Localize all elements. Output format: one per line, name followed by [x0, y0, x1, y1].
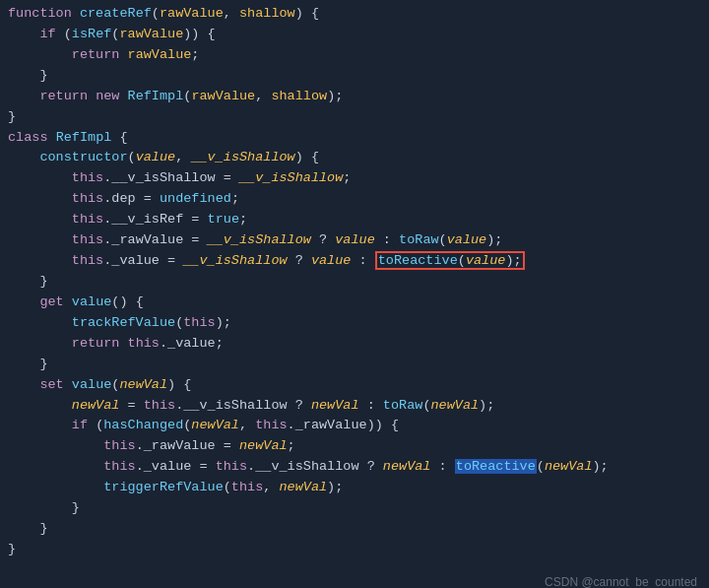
line-24: triggerRefValue(this, newVal);: [8, 478, 701, 498]
line-15: get value() {: [8, 293, 701, 313]
line-2: if (isRef(rawValue)) {: [8, 25, 701, 45]
line-16: trackRefValue(this);: [8, 313, 701, 334]
line-26: }: [8, 519, 701, 540]
line-4: }: [8, 66, 701, 87]
line-12: this._rawValue = __v_isShallow ? value :…: [8, 230, 701, 251]
line-7: class RefImpl {: [8, 128, 701, 149]
line-23: this._value = this.__v_isShallow ? newVa…: [8, 457, 701, 478]
line-9: this.__v_isShallow = __v_isShallow;: [8, 168, 701, 189]
line-11: this.__v_isRef = true;: [8, 210, 701, 230]
code-block: function createRef(rawValue, shallow) { …: [0, 0, 709, 588]
line-13: this._value = __v_isShallow ? value : to…: [8, 251, 701, 272]
line-14: }: [8, 272, 701, 293]
line-6: }: [8, 107, 701, 128]
line-27: }: [8, 540, 701, 560]
line-25: }: [8, 498, 701, 519]
line-19: set value(newVal) {: [8, 375, 701, 396]
line-3: return rawValue;: [8, 45, 701, 66]
line-1: function createRef(rawValue, shallow) {: [8, 4, 701, 25]
line-5: return new RefImpl(rawValue, shallow);: [8, 87, 701, 107]
line-18: }: [8, 355, 701, 375]
line-21: if (hasChanged(newVal, this._rawValue)) …: [8, 416, 701, 436]
line-10: this.dep = undefined;: [8, 189, 701, 210]
line-8: constructor(value, __v_isShallow) {: [8, 148, 701, 168]
line-20: newVal = this.__v_isShallow ? newVal : t…: [8, 396, 701, 417]
line-22: this._rawValue = newVal;: [8, 436, 701, 457]
line-17: return this._value;: [8, 334, 701, 355]
watermark-text: CSDN @cannot_be_counted: [545, 573, 697, 588]
